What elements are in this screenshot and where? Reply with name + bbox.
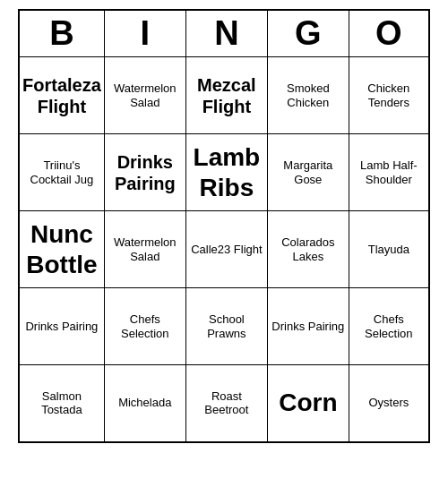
bingo-cell: Salmon Tostada — [19, 365, 104, 442]
bingo-cell: Lamb Half-Shoulder — [349, 134, 429, 211]
bingo-letter: G — [268, 10, 349, 57]
bingo-cell: Drinks Pairing — [104, 134, 185, 211]
bingo-cell: Oysters — [349, 365, 429, 442]
bingo-header — [18, 0, 430, 9]
bingo-cell: School Prawns — [185, 288, 267, 365]
bingo-cell: Smoked Chicken — [268, 57, 349, 134]
bingo-cell: Michelada — [104, 365, 185, 442]
bingo-cell: Margarita Gose — [268, 134, 349, 211]
bingo-table: BINGO Fortaleza FlightWatermelon SaladMe… — [18, 9, 430, 443]
bingo-cell: Calle23 Flight — [185, 211, 267, 288]
bingo-cell: Fortaleza Flight — [19, 57, 104, 134]
bingo-cell: Nunc Bottle — [19, 211, 104, 288]
bingo-cell: Watermelon Salad — [104, 57, 185, 134]
bingo-cell: Watermelon Salad — [104, 211, 185, 288]
bingo-cell: Colarados Lakes — [268, 211, 349, 288]
table-row: Drinks PairingChefs SelectionSchool Praw… — [19, 288, 429, 365]
bingo-cell: Chefs Selection — [104, 288, 185, 365]
bingo-cell: Roast Beetroot — [185, 365, 267, 442]
bingo-cell: Lamb Ribs — [185, 134, 267, 211]
bingo-cell: Chicken Tenders — [349, 57, 429, 134]
bingo-letter: N — [185, 10, 267, 57]
table-row: Salmon TostadaMicheladaRoast BeetrootCor… — [19, 365, 429, 442]
bingo-letter: O — [349, 10, 429, 57]
bingo-cell: Tlayuda — [349, 211, 429, 288]
table-row: Nunc BottleWatermelon SaladCalle23 Fligh… — [19, 211, 429, 288]
bingo-cell: Drinks Pairing — [19, 288, 104, 365]
bingo-letter: B — [19, 10, 104, 57]
bingo-cell: Mezcal Flight — [185, 57, 267, 134]
bingo-cell: Chefs Selection — [349, 288, 429, 365]
bingo-cell: Corn — [268, 365, 349, 442]
bingo-cell: Drinks Pairing — [268, 288, 349, 365]
bingo-letter: I — [104, 10, 185, 57]
bingo-cell: Triinu's Cocktail Jug — [19, 134, 104, 211]
table-row: Triinu's Cocktail JugDrinks PairingLamb … — [19, 134, 429, 211]
table-row: Fortaleza FlightWatermelon SaladMezcal F… — [19, 57, 429, 134]
